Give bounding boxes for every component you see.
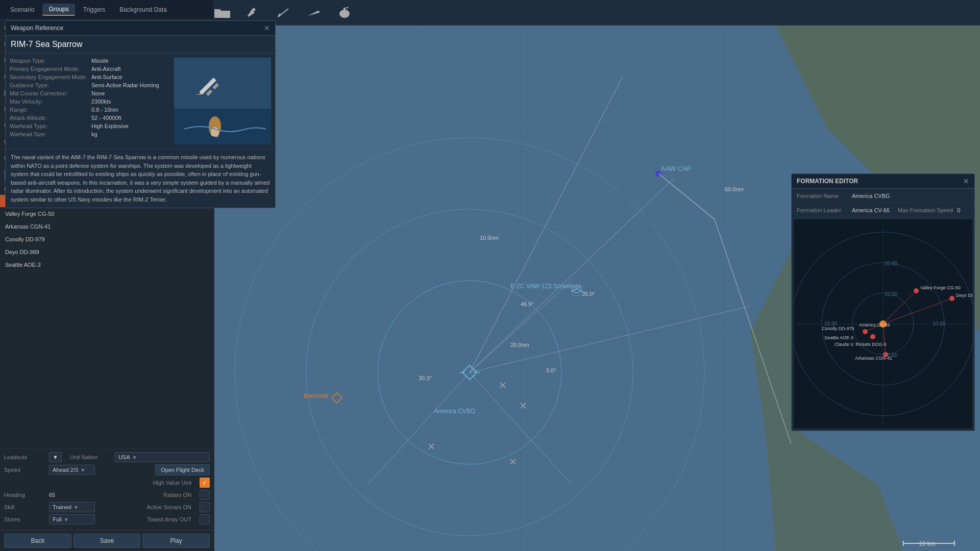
fe-formation-leader-value: America CV-66	[852, 207, 890, 213]
stores-label: Stores	[4, 516, 45, 522]
spec-label: Attack Altitude:	[10, 115, 91, 121]
spec-label: Guidance Type:	[10, 82, 91, 88]
svg-text:20.0nm: 20.0nm	[510, 342, 529, 348]
skill-value: Trained	[53, 504, 71, 510]
svg-text:Conolly DD-979: Conolly DD-979	[822, 326, 854, 331]
weapon-spec-row: Weapon Type:Missile	[10, 58, 169, 64]
svg-text:America CV-66: America CV-66	[859, 322, 890, 328]
spec-label: Primary Engagement Mode:	[10, 66, 91, 72]
svg-text:10.0nm: 10.0nm	[480, 235, 499, 241]
unit-list-item[interactable]: Arkansas CGN-41	[0, 220, 214, 233]
save-button[interactable]: Save	[74, 534, 141, 548]
spec-label: Warhead Type:	[10, 123, 91, 129]
svg-text:Barometr: Barometr	[304, 392, 329, 399]
unit-list-item[interactable]: Valley Forge CG-50	[0, 208, 214, 220]
weapon-image	[174, 58, 271, 144]
weapon-spec-row: Attack Altitude:52 - 40000ft	[10, 115, 169, 121]
skill-label: Skill	[4, 504, 45, 510]
weapon-dialog-title-bar: Weapon Reference ✕	[6, 21, 275, 36]
weapon-spec-row: Guidance Type:Semi-Active Radar Homing	[10, 82, 169, 88]
speed-arrow-icon: ▼	[80, 467, 85, 473]
formation-editor-dialog: FORMATION EDITOR ✕ Formation Name Americ…	[791, 173, 975, 431]
fe-max-speed-label: Max Formation Speed	[898, 207, 953, 213]
spec-value: 52 - 40000ft	[91, 115, 121, 121]
spec-label: Weapon Type:	[10, 58, 91, 64]
spec-label: Range:	[10, 107, 91, 113]
radars-on-label: Radars ON	[163, 492, 191, 498]
towed-array-toggle[interactable]	[200, 514, 210, 524]
weapon-name: RIM-7 Sea Sparrow	[6, 36, 275, 54]
fe-formation-name-row: Formation Name America CVBG	[792, 189, 974, 203]
bottom-controls: Loadouts ▼ Unit Nation USA ▼ Speed Ahead…	[0, 448, 214, 530]
spec-value: kg	[91, 131, 97, 137]
svg-point-98	[863, 329, 868, 334]
missile-icon[interactable]	[301, 3, 327, 23]
fe-formation-leader-label: Formation Leader	[797, 207, 848, 213]
unit-nation-label: Unit Nation	[70, 454, 111, 460]
weapon-spec-row: Mid Course Correction:None	[10, 90, 169, 96]
spec-label: Secondary Engagement Mode:	[10, 74, 91, 80]
high-value-unit-toggle[interactable]: ✓	[200, 478, 210, 488]
fe-max-speed-value: 0	[957, 207, 960, 213]
svg-text:60.0nm: 60.0nm	[725, 186, 744, 192]
svg-point-94	[914, 288, 919, 293]
play-button[interactable]: Play	[142, 534, 210, 548]
active-sonars-toggle[interactable]	[200, 502, 210, 512]
speed-dropdown[interactable]: Ahead 2/3 ▼	[49, 465, 95, 475]
skill-dropdown[interactable]: Trained ▼	[49, 502, 95, 512]
spec-value: 0.8 - 10nm	[91, 107, 118, 113]
formation-diagram[interactable]: 10.00 10.00 10.00 10.00 10.00 Valley For…	[794, 219, 972, 429]
formation-editor-close-button[interactable]: ✕	[963, 177, 969, 185]
tab-scenario[interactable]: Scenario	[4, 4, 40, 15]
stores-dropdown[interactable]: Full ▼	[49, 514, 95, 524]
svg-point-96	[949, 296, 954, 301]
unit-list: America CV-66Valley Forge CG-50Arkansas …	[0, 195, 214, 448]
loadouts-arrow-icon: ▼	[53, 454, 58, 460]
svg-text:10.00: 10.00	[885, 261, 897, 266]
loadouts-label: Loadouts	[4, 454, 45, 460]
svg-text:0.0°: 0.0°	[546, 367, 556, 373]
spec-label: Max Velocity:	[10, 98, 91, 105]
weapon-spec-row: Range:0.8 - 10nm	[10, 107, 169, 113]
spec-value: High Explosive	[91, 123, 129, 129]
bomb-icon[interactable]	[332, 3, 357, 23]
tab-groups[interactable]: Groups	[42, 4, 75, 16]
pencil-icon[interactable]	[240, 3, 265, 23]
weapon-spec-row: Warhead Size:kg	[10, 131, 169, 137]
unit-nation-dropdown[interactable]: USA ▼	[115, 452, 210, 462]
unit-list-item[interactable]: Conolly DD-979	[0, 233, 214, 246]
fe-formation-name-value: America CVBG	[852, 193, 890, 199]
tab-bar: Scenario Groups Triggers Background Data	[0, 0, 214, 19]
spec-value: 2300kts	[91, 98, 111, 105]
weapon-description: The naval variant of the AIM-7 the RIM-7…	[6, 148, 275, 208]
back-button[interactable]: Back	[4, 534, 71, 548]
check-icon: ✓	[202, 479, 207, 486]
svg-text:AAW CAP: AAW CAP	[661, 165, 691, 172]
svg-text:Deyo DD-989: Deyo DD-989	[956, 293, 972, 298]
svg-text:30.3°: 30.3°	[419, 375, 432, 381]
hvu-row: High Value Unit ✓	[4, 478, 210, 488]
loadouts-dropdown[interactable]: ▼	[49, 452, 62, 462]
tab-triggers[interactable]: Triggers	[77, 4, 112, 15]
svg-text:Valley Forge CG-50: Valley Forge CG-50	[920, 285, 961, 290]
skill-arrow-icon: ▼	[74, 505, 79, 510]
svg-text:E-2C VAW-123 Screwtops: E-2C VAW-123 Screwtops	[510, 283, 582, 290]
towed-array-label: Towed Array OUT	[147, 516, 191, 522]
high-value-unit-label: High Value Unit	[153, 480, 191, 486]
radars-on-toggle[interactable]	[200, 490, 210, 500]
svg-text:35.0°: 35.0°	[582, 291, 595, 297]
heading-label: Heading	[4, 492, 45, 498]
tab-background-data[interactable]: Background Data	[113, 4, 173, 15]
weapon-dialog-close-button[interactable]: ✕	[264, 24, 270, 32]
unit-nation-value: USA	[118, 454, 130, 460]
unit-list-item[interactable]: Deyo DD-989	[0, 246, 214, 259]
unit-list-item[interactable]: Seattle AOE-3	[0, 259, 214, 271]
open-flight-deck-button[interactable]: Open Flight Deck	[155, 464, 210, 475]
sword-icon[interactable]	[271, 3, 296, 23]
spec-value: Anti-Aircraft	[91, 66, 120, 72]
spec-label: Mid Course Correction:	[10, 90, 91, 96]
stores-row: Stores Full ▼ Towed Array OUT	[4, 514, 210, 524]
weapon-content: Weapon Type:MissilePrimary Engagement Mo…	[6, 54, 275, 148]
svg-text:Arkansas CGN-41: Arkansas CGN-41	[855, 356, 892, 361]
weapon-spec-row: Primary Engagement Mode:Anti-Aircraft	[10, 66, 169, 72]
